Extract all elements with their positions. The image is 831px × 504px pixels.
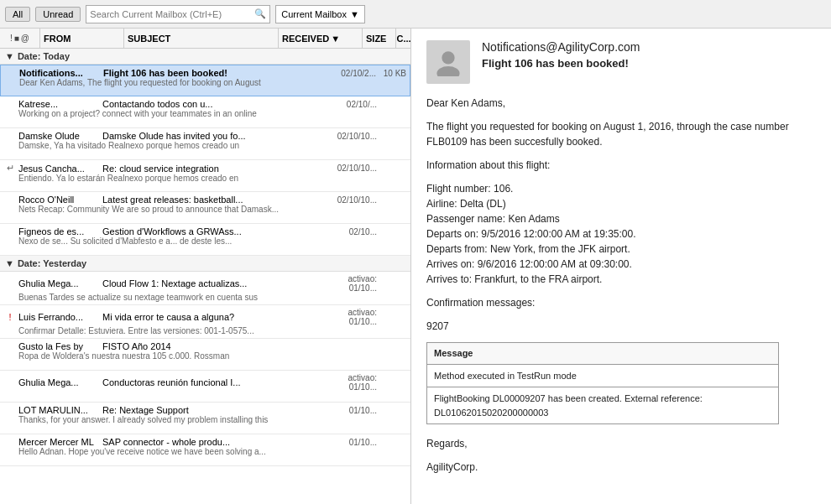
email-date: activao: 01/10... (318, 373, 377, 392)
unread-button[interactable]: Unread (35, 7, 81, 22)
greeting: Dear Ken Adams, (426, 96, 816, 111)
email-size: 10 KB (376, 69, 406, 78)
email-from: Notifications... (19, 68, 103, 78)
email-from: LOT MARULIN... (18, 405, 102, 415)
email-preview: Ropa de Woldera's nuestra nuestra 105 c.… (18, 351, 407, 361)
email-preview: Thanks, for your answer. I already solve… (18, 415, 407, 424)
email-item[interactable]: ! Luis Ferrando... Mi vida error te caus… (0, 305, 410, 339)
email-preview: Buenas Tardes se actualize su nextage te… (18, 293, 407, 302)
email-from: Figneos de es... (18, 226, 102, 236)
email-item[interactable]: Damske Olude Damske Olude has invited yo… (0, 128, 410, 160)
email-date: 01/10... (318, 406, 377, 415)
email-date: 02/10/10... (318, 195, 377, 205)
email-list-pane: ! ■ @ FROM SUBJECT RECEIVED ▼ SIZE C... … (0, 29, 411, 504)
search-icon-button[interactable]: 🔍 (254, 8, 266, 19)
mailbox-dropdown[interactable]: Current Mailbox ▼ (275, 5, 365, 23)
email-date: 02/10... (318, 227, 377, 236)
company: AgilityCorp. (426, 460, 816, 475)
search-box: 🔍 (86, 5, 270, 23)
sender-subject: Flight 106 has been booked! (482, 57, 640, 70)
avatar (426, 40, 470, 84)
message-table-header: Message (427, 343, 779, 365)
email-from: Luis Ferrando... (18, 312, 102, 322)
sort-arrow-icon: ▼ (331, 34, 340, 44)
svg-point-0 (442, 51, 454, 64)
email-item[interactable]: Figneos de es... Gestion d'Workflows a G… (0, 224, 410, 256)
email-preview: Working on a project? connect with your … (18, 109, 407, 118)
search-input[interactable] (90, 9, 254, 19)
email-item[interactable]: Rocco O'Neill Latest great releases: bas… (0, 192, 410, 224)
avatar-icon (434, 48, 463, 76)
email-item[interactable]: Katrese... Contactando todos con u... 02… (0, 96, 410, 128)
date-group-header[interactable]: ▼Date: Yesterday (0, 256, 410, 272)
flag-col-icon: ! (10, 34, 13, 43)
email-item[interactable]: Ghulia Mega... Conductoras reunión funci… (0, 371, 410, 403)
email-icon-col: ! (2, 312, 18, 322)
email-subject: Latest great releases: basketball... (102, 195, 318, 205)
email-from: Mercer Mercer ML (18, 437, 102, 447)
email-preview: Dear Ken Adams, The flight you requested… (19, 78, 406, 87)
email-body: Dear Ken Adams, The flight you requested… (426, 96, 816, 483)
subject-column-header[interactable]: SUBJECT (124, 29, 279, 48)
email-item[interactable]: Mercer Mercer ML SAP connector - whole p… (0, 434, 410, 466)
body-details: Flight number: 106.Airline: Delta (DL)Pa… (426, 181, 816, 287)
email-subject: FISTO Año 2014 (102, 341, 318, 351)
email-date: 02/10/... (318, 100, 377, 109)
body-para2: Information about this flight: (426, 158, 816, 173)
email-from: Damske Olude (18, 131, 102, 141)
email-item[interactable]: Notifications... Flight 106 has been boo… (0, 65, 410, 96)
confirmation-label: Confirmation messages: (426, 295, 816, 310)
reply-icon: ↵ (7, 163, 14, 174)
reading-header: Notifications@AgilityCorp.com Flight 106… (426, 40, 816, 84)
email-item[interactable]: LOT MARULIN... Re: Nextage Support 01/10… (0, 403, 410, 434)
c-column-header[interactable]: C... (396, 29, 411, 48)
email-icon-col: ↵ (2, 163, 18, 174)
email-preview: Nexo de se... Su solicited d'Mabfesto e … (18, 236, 407, 246)
email-item[interactable]: Ghulia Mega... Cloud Flow 1: Nextage act… (0, 272, 410, 305)
message-row-1: Method executed in TestRun mode (427, 364, 779, 387)
toolbar: All Unread 🔍 Current Mailbox ▼ (0, 0, 831, 29)
email-date: activao: 01/10... (318, 308, 377, 326)
email-subject: Re: cloud service integration (102, 164, 318, 174)
from-column-header[interactable]: FROM (40, 29, 124, 48)
email-from: Gusto la Fes by (18, 341, 102, 351)
email-date: activao: 01/10... (318, 274, 377, 293)
sender-info: Notifications@AgilityCorp.com Flight 106… (482, 40, 640, 70)
email-from: Ghulia Mega... (18, 377, 102, 387)
email-item[interactable]: ↵ Jesus Cancha... Re: cloud service inte… (0, 160, 410, 192)
email-subject: Conductoras reunión funcional I... (102, 377, 318, 387)
received-column-header[interactable]: RECEIVED ▼ (279, 29, 363, 48)
icon-column-header: ! ■ @ (0, 29, 40, 48)
attachment-col-icon: @ (21, 34, 29, 43)
size-column-header[interactable]: SIZE (363, 29, 396, 48)
flag-icon: ! (8, 312, 11, 322)
email-list: ▼Date: Today Notifications... Flight 106… (0, 49, 410, 504)
mailbox-label: Current Mailbox (281, 9, 347, 19)
email-preview: Nets Recap: Community We are so proud to… (18, 205, 407, 214)
email-subject: Gestion d'Workflows a GRWAss... (102, 226, 318, 236)
message-table: Message Method executed in TestRun mode … (426, 342, 779, 424)
message-row-2: FlightBooking DL00009207 has been create… (427, 387, 779, 424)
email-item[interactable]: Gusto la Fes by FISTO Año 2014 Ropa de W… (0, 339, 410, 371)
email-from: Rocco O'Neill (18, 195, 102, 205)
category-col-icon: ■ (14, 34, 19, 43)
confirmation-number: 9207 (426, 319, 816, 334)
reading-pane: Notifications@AgilityCorp.com Flight 106… (411, 29, 831, 504)
collapse-triangle-icon: ▼ (5, 258, 14, 268)
regards: Regards, (426, 436, 816, 451)
date-group-header[interactable]: ▼Date: Today (0, 49, 410, 65)
email-subject: Contactando todos con u... (102, 99, 318, 109)
email-date: 02/10/10... (318, 164, 377, 173)
email-from: Katrese... (18, 99, 102, 109)
sender-email: Notifications@AgilityCorp.com (482, 40, 640, 54)
email-preview: Damske, Ya ha visitado Realnexo porque h… (18, 141, 407, 150)
all-button[interactable]: All (5, 7, 30, 22)
collapse-triangle-icon: ▼ (5, 51, 14, 61)
main-layout: ! ■ @ FROM SUBJECT RECEIVED ▼ SIZE C... … (0, 29, 831, 504)
column-headers: ! ■ @ FROM SUBJECT RECEIVED ▼ SIZE C... (0, 29, 411, 49)
email-date: 01/10... (318, 438, 377, 447)
email-subject: Flight 106 has been booked! (103, 68, 317, 78)
email-from: Ghulia Mega... (18, 278, 102, 288)
email-subject: Re: Nextage Support (102, 405, 318, 415)
email-preview: Hello Adnan. Hope you've receive notice … (18, 447, 407, 456)
